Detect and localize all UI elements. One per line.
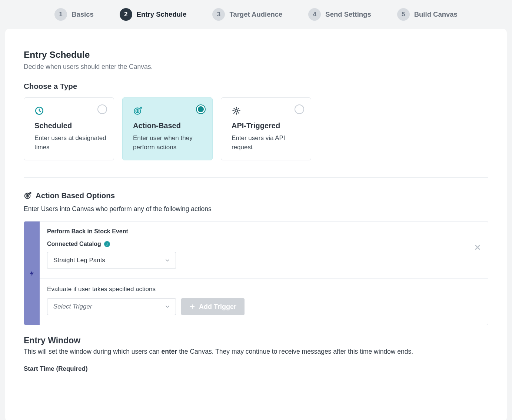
gear-icon [232,106,303,118]
entry-window-desc: This will set the window during which us… [24,348,488,356]
step-label: Entry Schedule [137,10,187,19]
info-icon[interactable]: i [104,241,110,247]
event-title: Perform Back in Stock Event [47,228,481,235]
entry-window-desc-post: the Canvas. They may continue to receive… [177,348,413,355]
connected-catalog-select[interactable]: Straight Leg Pants [47,252,176,269]
catalog-label-text: Connected Catalog [47,241,101,247]
page-subtitle: Decide when users should enter the Canva… [24,63,488,71]
step-number: 5 [397,8,410,21]
card-desc: Enter users via API request [232,134,303,152]
step-entry-schedule[interactable]: 2 Entry Schedule [120,8,187,21]
options-header-text: Action Based Options [36,191,115,200]
start-time-label: Start Time (Required) [24,365,488,373]
clock-icon [34,106,106,118]
entry-window-heading: Entry Window [24,336,488,346]
target-icon [133,106,205,118]
step-build-canvas[interactable]: 5 Build Canvas [397,8,458,21]
svg-point-4 [235,110,238,112]
event-accent-bar [24,221,40,325]
card-desc: Enter users at designated times [34,134,106,152]
add-trigger-button[interactable]: Add Trigger [181,298,245,315]
step-number: 1 [54,8,67,21]
step-number: 2 [120,8,132,21]
stepper: 1 Basics 2 Entry Schedule 3 Target Audie… [0,0,512,29]
trigger-select[interactable]: Select Trigger [47,298,176,315]
radio-unselected[interactable] [295,104,304,114]
step-number: 4 [308,8,321,21]
step-basics[interactable]: 1 Basics [54,8,94,21]
type-cards: Scheduled Enter users at designated time… [24,97,488,160]
card-title: Scheduled [34,121,106,130]
svg-point-3 [137,111,138,112]
step-label: Basics [72,10,94,19]
connected-catalog-label: Connected Catalog i [47,241,481,247]
type-card-api-triggered[interactable]: API-Triggered Enter users via API reques… [221,97,311,160]
action-based-options-heading: Action Based Options [24,191,488,200]
type-card-scheduled[interactable]: Scheduled Enter users at designated time… [24,97,114,160]
bolt-icon [29,269,35,277]
radio-selected[interactable] [196,104,206,114]
divider [24,177,488,178]
radio-unselected[interactable] [97,104,107,114]
remove-event-button[interactable] [474,244,481,251]
svg-point-7 [27,196,28,196]
step-label: Target Audience [229,10,282,19]
entry-window-desc-pre: This will set the window during which us… [24,348,162,355]
catalog-selected-value: Straight Leg Pants [53,257,105,264]
page-title: Entry Schedule [24,50,488,60]
target-icon [24,191,32,200]
trigger-placeholder: Select Trigger [53,303,92,310]
step-label: Build Canvas [414,10,458,19]
type-card-action-based[interactable]: Action-Based Enter user when they perfor… [122,97,213,160]
card-title: API-Triggered [232,121,303,130]
main-panel: Entry Schedule Decide when users should … [5,29,507,420]
card-title: Action-Based [133,121,205,130]
step-number: 3 [212,8,225,21]
step-send-settings[interactable]: 4 Send Settings [308,8,371,21]
chevron-down-icon [164,304,170,310]
choose-type-heading: Choose a Type [24,82,488,91]
chevron-down-icon [164,257,170,263]
evaluate-label: Evaluate if user takes specified actions [47,286,481,293]
entry-window-desc-bold: enter [162,348,177,355]
step-label: Send Settings [325,10,371,19]
step-target-audience[interactable]: 3 Target Audience [212,8,282,21]
plus-icon [189,304,195,310]
card-desc: Enter user when they perform actions [133,134,205,152]
options-subtext: Enter Users into Canvas who perform any … [24,205,488,213]
add-trigger-label: Add Trigger [199,303,236,311]
trigger-event-box: Perform Back in Stock Event Connected Ca… [24,221,488,325]
